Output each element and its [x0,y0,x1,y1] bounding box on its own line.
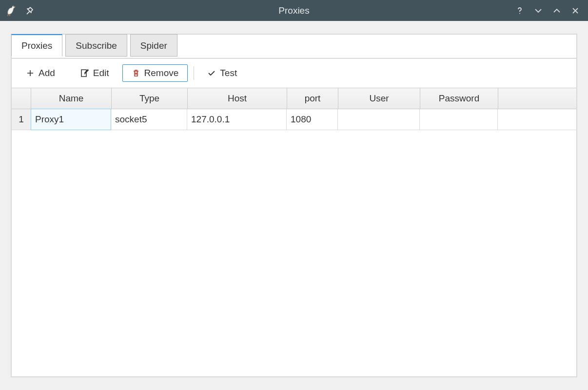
close-icon[interactable] [570,6,580,16]
col-type[interactable]: Type [112,88,188,109]
cell-extra [498,109,576,130]
tab-label: Spider [140,40,167,51]
edit-label: Edit [93,68,109,78]
tab-content: Add Edit [12,58,576,376]
col-extra [498,88,576,109]
titlebar-left [0,4,34,17]
col-host[interactable]: Host [188,88,287,109]
pin-icon[interactable] [24,6,34,16]
col-name[interactable]: Name [31,88,112,109]
tab-label: Proxies [21,40,52,51]
titlebar: Proxies [0,0,588,21]
main-panel: Proxies Subscribe Spider Add [11,34,577,377]
add-button[interactable]: Add [19,65,62,81]
test-button[interactable]: Test [200,65,244,81]
col-index[interactable] [12,88,31,109]
remove-label: Remove [144,68,179,78]
cell-host[interactable]: 127.0.0.1 [187,109,287,130]
window-controls [515,6,588,16]
add-label: Add [39,68,55,78]
col-user[interactable]: User [338,88,420,109]
proxies-table: Name Type Host port User Password 1 Prox… [12,88,576,376]
edit-icon [79,68,89,78]
test-label: Test [220,68,237,78]
cell-password[interactable] [420,109,498,130]
check-icon [207,69,216,78]
cell-name[interactable]: Proxy1 [31,109,111,130]
trash-icon [132,69,140,78]
table-header: Name Type Host port User Password [12,88,576,109]
cell-user[interactable] [338,109,420,130]
tab-proxies[interactable]: Proxies [11,34,62,57]
col-port[interactable]: port [287,88,338,109]
cell-type[interactable]: socket5 [111,109,187,130]
tab-bar: Proxies Subscribe Spider [11,34,180,57]
toolbar: Add Edit [12,58,576,88]
col-password[interactable]: Password [420,88,498,109]
minimize-icon[interactable] [533,6,543,16]
content-area: Proxies Subscribe Spider Add [0,21,588,388]
cell-index[interactable]: 1 [12,109,31,130]
cell-port[interactable]: 1080 [287,109,338,130]
window-title: Proxies [278,5,309,16]
table-row[interactable]: 1 Proxy1 socket5 127.0.0.1 1080 [12,109,576,130]
tab-label: Subscribe [76,40,117,51]
edit-button[interactable]: Edit [72,65,117,81]
maximize-icon[interactable] [552,6,562,16]
help-icon[interactable] [515,6,525,16]
remove-button[interactable]: Remove [122,64,188,82]
svg-point-1 [519,13,520,14]
app-goose-icon [5,4,18,17]
tab-spider[interactable]: Spider [130,34,177,57]
tab-subscribe[interactable]: Subscribe [65,34,127,57]
svg-point-0 [13,6,14,7]
toolbar-separator [194,66,194,80]
plus-icon [26,69,35,78]
